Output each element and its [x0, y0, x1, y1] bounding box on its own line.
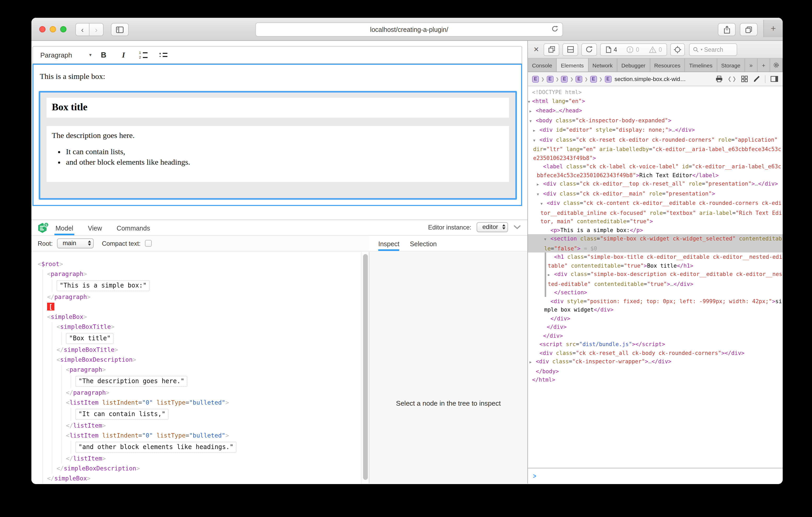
warning-count-button[interactable]: 0	[644, 44, 667, 55]
sidebar-toggle-button[interactable]	[111, 23, 129, 36]
new-tab-button[interactable]: +	[763, 20, 783, 37]
model-element-open-tag[interactable]: <listItem listIndent="0" listType="bulle…	[66, 398, 361, 408]
quick-console[interactable]: >	[528, 468, 783, 484]
model-element-open-tag[interactable]: <paragraph>	[66, 365, 361, 375]
devtools-tab-debugger[interactable]: Debugger	[617, 59, 650, 71]
dom-node[interactable]: ▶<div class="ck-inspector-wrapper">…</di…	[528, 357, 783, 367]
disclosure-expanded-icon[interactable]: ▼	[528, 97, 532, 106]
dom-node[interactable]: </div>	[528, 314, 783, 323]
model-element-close-tag[interactable]: </paragraph>	[66, 388, 361, 398]
disclosure-expanded-icon[interactable]: ▼	[533, 136, 540, 145]
numbered-list-button[interactable]: 1 2	[139, 51, 148, 59]
model-element-close-tag[interactable]: </paragraph>	[47, 292, 361, 302]
dom-node[interactable]: <h1 class="simple-box-title ck-editor__e…	[528, 252, 783, 270]
dom-node[interactable]: <p>This is a simple box:</p>	[528, 225, 783, 234]
model-element-open-tag[interactable]: <paragraph>	[47, 269, 361, 279]
dom-node[interactable]: </section>	[528, 288, 783, 297]
model-text-node[interactable]: "This is a simple box:"	[57, 279, 361, 292]
error-count-button[interactable]: 0	[622, 44, 644, 55]
devtools-tab-elements[interactable]: Elements	[557, 59, 588, 71]
dom-node[interactable]: </html>	[528, 375, 783, 384]
disclosure-expanded-icon[interactable]: ▼	[529, 117, 536, 125]
dom-node[interactable]: ▼<body class="ck-inspector-body-expanded…	[528, 116, 783, 125]
bold-button[interactable]: B	[99, 51, 108, 59]
close-devtools-button[interactable]: ✕	[532, 45, 541, 53]
dom-node[interactable]: <!DOCTYPE html>	[528, 88, 783, 96]
devtools-add-tab-button[interactable]: +	[758, 59, 770, 71]
close-window-button[interactable]	[39, 26, 46, 32]
inspector-tab-model[interactable]: Model	[54, 225, 74, 235]
devtools-tab-storage[interactable]: Storage	[717, 59, 745, 71]
model-element-close-tag[interactable]: </simpleBoxDescription>	[57, 464, 361, 474]
model-element-open-tag[interactable]: <listItem listIndent="0" listType="bulle…	[66, 431, 361, 441]
minimize-window-button[interactable]	[50, 26, 56, 32]
side-tab-inspect[interactable]: Inspect	[378, 240, 400, 251]
inspector-tab-commands[interactable]: Commands	[116, 225, 151, 235]
model-text-node[interactable]: "and other block elements like headings.…	[75, 441, 361, 454]
dom-node[interactable]: </div>	[528, 331, 783, 340]
dom-node[interactable]: </div>	[528, 323, 783, 331]
element-picker-button[interactable]	[670, 43, 685, 56]
devtools-tab-console[interactable]: Console	[528, 59, 557, 71]
dom-node[interactable]: ▼<div class="ck ck-reset ck-editor ck-ro…	[528, 135, 783, 162]
breadcrumb-element-badge[interactable]: E	[547, 75, 553, 82]
model-element-close-tag[interactable]: </listItem>	[66, 454, 361, 464]
model-tree-scrollbar[interactable]	[361, 252, 369, 484]
model-text-node[interactable]: "The description goes here."	[75, 375, 361, 388]
model-element-open-tag[interactable]: <simpleBox>	[47, 312, 361, 322]
forward-button[interactable]: ›	[89, 23, 104, 36]
breadcrumb-element-badge[interactable]: E	[561, 75, 568, 82]
dock-bottom-button[interactable]	[562, 43, 578, 56]
model-element-close-tag[interactable]: </simpleBoxTitle>	[57, 345, 361, 355]
breadcrumb-element-badge[interactable]: E	[605, 75, 611, 82]
disclosure-expanded-icon[interactable]: ▼	[537, 190, 543, 199]
side-tab-selection[interactable]: Selection	[410, 240, 437, 251]
simple-box-description[interactable]: The description goes here. It can contai…	[47, 126, 509, 182]
disclosure-expanded-icon[interactable]: ▼	[541, 200, 547, 208]
dom-node[interactable]: ▶<div class="ck ck-editor__top ck-reset_…	[528, 179, 783, 189]
scrollbar-thumb[interactable]	[363, 254, 368, 480]
zoom-window-button[interactable]	[60, 26, 66, 32]
dom-node-selected[interactable]: ▼<section class="simple-box ck-widget ck…	[528, 234, 783, 252]
model-text-node[interactable]: "Box title"	[66, 332, 361, 345]
italic-button[interactable]: I	[119, 51, 128, 59]
disclosure-collapsed-icon[interactable]: ▶	[548, 271, 554, 279]
toggle-details-sidebar-button sidebar-right-icon[interactable]	[770, 75, 779, 83]
force-styles-button paintbrush-icon[interactable]	[753, 75, 760, 83]
disclosure-collapsed-icon[interactable]: ▶	[537, 180, 543, 189]
address-bar[interactable]: localhost/creating-a-plugin/	[255, 23, 563, 37]
disclosure-collapsed-icon[interactable]: ▶	[529, 107, 536, 116]
dom-node[interactable]: </body>	[528, 367, 783, 375]
print-styles-button print-icon[interactable]	[715, 75, 723, 83]
breadcrumb-element-badge[interactable]: E	[576, 75, 582, 82]
dom-node[interactable]: ▼<div class="ck ck-editor__main" role="p…	[528, 189, 783, 199]
root-select[interactable]: main	[57, 238, 93, 248]
collapse-inspector-button[interactable]	[513, 225, 521, 230]
simple-box-title[interactable]: Box title	[47, 98, 509, 118]
devtools-tab-network[interactable]: Network	[588, 59, 617, 71]
breadcrumb-element-badge[interactable]: E	[532, 75, 539, 82]
disclosure-collapsed-icon[interactable]: ▶	[533, 126, 540, 135]
reload-button[interactable]	[551, 25, 558, 32]
model-element-open-tag[interactable]: <$root>	[38, 259, 361, 269]
layout-grid-button grid-icon[interactable]	[741, 75, 748, 83]
devtools-tab-timelines[interactable]: Timelines	[685, 59, 717, 71]
dom-node[interactable]: ▶<div id="editor" style="display: none;"…	[528, 125, 783, 135]
editor-paragraph[interactable]: This is a simple box:	[40, 72, 521, 81]
inspector-tab-view[interactable]: View	[87, 225, 103, 235]
devtools-settings-button[interactable]	[770, 59, 783, 71]
simple-box-widget[interactable]: Box title The description goes here. It …	[39, 91, 517, 200]
dom-node[interactable]: <div style="position: fixed; top: 0px; l…	[528, 297, 783, 314]
heading-dropdown[interactable]: Paragraph ▾	[40, 51, 99, 59]
model-element-close-tag[interactable]: </simpleBox>	[47, 474, 361, 484]
breadcrumb-current-node[interactable]: section.simple-box.ck-wid…	[614, 76, 686, 82]
model-element-open-tag[interactable]: <simpleBoxDescription>	[57, 355, 361, 365]
model-text-node[interactable]: "It can contain lists,"	[75, 408, 361, 421]
devtools-tab-overflow[interactable]: »	[745, 59, 758, 71]
dom-node[interactable]: ▶<div class="simple-box-description ck-e…	[528, 270, 783, 288]
reload-page-button[interactable]	[581, 43, 597, 56]
dom-node[interactable]: ▼<html lang="en">	[528, 96, 783, 106]
bulleted-list-button[interactable]	[158, 53, 168, 57]
dom-node[interactable]: ▼<div class="ck ck-content ck-editor__ed…	[528, 199, 783, 225]
dom-node[interactable]: <div class="ck ck-reset_all ck-body ck-r…	[528, 348, 783, 357]
